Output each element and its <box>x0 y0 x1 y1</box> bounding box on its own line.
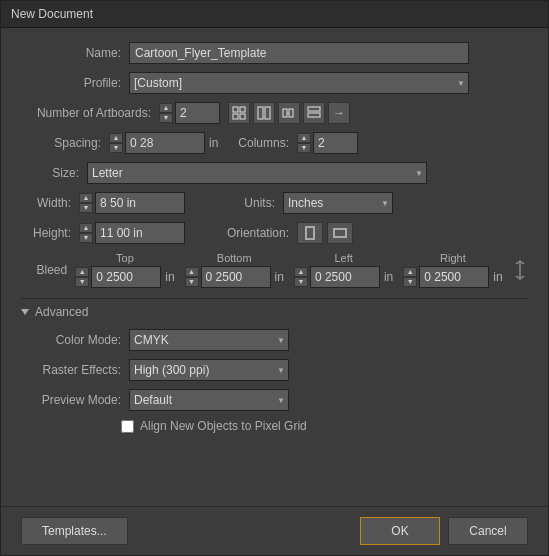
height-up-btn[interactable]: ▲ <box>79 223 93 233</box>
bleed-right-field[interactable] <box>419 266 489 288</box>
spacing-field[interactable] <box>125 132 205 154</box>
align-checkbox[interactable] <box>121 420 134 433</box>
bleed-bottom-label: Bottom <box>217 252 252 264</box>
spacing-spinner: ▲ ▼ in <box>109 132 218 154</box>
bleed-right-label: Right <box>440 252 466 264</box>
width-spinner: ▲ ▼ <box>79 192 185 214</box>
columns-spinner-buttons: ▲ ▼ <box>297 133 311 153</box>
bleed-right-down-btn[interactable]: ▼ <box>403 277 417 287</box>
width-down-btn[interactable]: ▼ <box>79 203 93 213</box>
preview-mode-label: Preview Mode: <box>21 393 121 407</box>
align-checkbox-label: Align New Objects to Pixel Grid <box>140 419 307 433</box>
bleed-link-icon[interactable] <box>513 255 528 285</box>
ok-button[interactable]: OK <box>360 517 440 545</box>
color-mode-select-wrapper: CMYKRGB <box>129 329 289 351</box>
artboard-grid-icon[interactable] <box>228 102 250 124</box>
height-down-btn[interactable]: ▼ <box>79 233 93 243</box>
width-field[interactable] <box>95 192 185 214</box>
bleed-bottom-unit: in <box>275 270 284 284</box>
spacing-down-btn[interactable]: ▼ <box>109 143 123 153</box>
portrait-button[interactable] <box>297 222 323 244</box>
columns-down-btn[interactable]: ▼ <box>297 143 311 153</box>
orientation-buttons <box>297 222 353 244</box>
artboards-field[interactable] <box>175 102 220 124</box>
artboard-arrow-icon[interactable]: → <box>328 102 350 124</box>
color-mode-select[interactable]: CMYKRGB <box>129 329 289 351</box>
profile-label: Profile: <box>21 76 121 90</box>
columns-up-btn[interactable]: ▲ <box>297 133 311 143</box>
columns-field[interactable] <box>313 132 358 154</box>
units-label: Units: <box>225 196 275 210</box>
footer-right: OK Cancel <box>360 517 528 545</box>
height-spinner: ▲ ▼ <box>79 222 185 244</box>
bleed-bottom-down-btn[interactable]: ▼ <box>185 277 199 287</box>
bleed-left-up-btn[interactable]: ▲ <box>294 267 308 277</box>
raster-row: Raster Effects: High (300 ppi)Medium (15… <box>21 359 528 381</box>
bleed-left-unit: in <box>384 270 393 284</box>
bleed-top-group: Top ▲ ▼ in <box>75 252 174 288</box>
spacing-spinner-buttons: ▲ ▼ <box>109 133 123 153</box>
artboard-row-icon[interactable] <box>253 102 275 124</box>
bleed-bottom-group: Bottom ▲ ▼ in <box>185 252 284 288</box>
size-select[interactable]: LetterA4A3LegalTabloidCustom <box>87 162 427 184</box>
templates-button[interactable]: Templates... <box>21 517 128 545</box>
dialog-content: Name: Profile: [Custom]PrintWebMobileVid… <box>1 28 548 506</box>
divider <box>21 298 528 299</box>
width-units-row: Width: ▲ ▼ Units: InchesMillimetersCenti… <box>21 192 528 214</box>
artboard-icons: → <box>228 102 350 124</box>
bleed-top-unit: in <box>165 270 174 284</box>
bleed-bottom-field[interactable] <box>201 266 271 288</box>
advanced-label: Advanced <box>35 305 88 319</box>
bleed-bottom-up-btn[interactable]: ▲ <box>185 267 199 277</box>
spacing-up-btn[interactable]: ▲ <box>109 133 123 143</box>
artboard-arrange-right-icon[interactable] <box>303 102 325 124</box>
width-spinner-buttons: ▲ ▼ <box>79 193 93 213</box>
cancel-button[interactable]: Cancel <box>448 517 528 545</box>
columns-label: Columns: <box>238 136 289 150</box>
size-row: Size: LetterA4A3LegalTabloidCustom <box>21 162 528 184</box>
profile-select[interactable]: [Custom]PrintWebMobileVideo and Film <box>129 72 469 94</box>
advanced-triangle-icon <box>21 309 29 315</box>
raster-select[interactable]: High (300 ppi)Medium (150 ppi)Low (72 pp… <box>129 359 289 381</box>
height-orientation-row: Height: ▲ ▼ Orientation: <box>21 222 528 244</box>
svg-rect-6 <box>283 109 287 117</box>
artboards-down-btn[interactable]: ▼ <box>159 113 173 123</box>
columns-spinner: ▲ ▼ <box>297 132 358 154</box>
dialog-title: New Document <box>11 7 93 21</box>
svg-rect-0 <box>233 107 238 112</box>
height-field[interactable] <box>95 222 185 244</box>
width-label: Width: <box>21 196 71 210</box>
portrait-icon <box>305 226 315 240</box>
size-label: Size: <box>21 166 79 180</box>
bleed-left-group: Left ▲ ▼ in <box>294 252 393 288</box>
bleed-top-up-btn[interactable]: ▲ <box>75 267 89 277</box>
profile-row: Profile: [Custom]PrintWebMobileVideo and… <box>21 72 528 94</box>
name-input[interactable] <box>129 42 469 64</box>
width-up-btn[interactable]: ▲ <box>79 193 93 203</box>
bleed-top-spinner: ▲ ▼ in <box>75 266 174 288</box>
artboards-spinner-buttons: ▲ ▼ <box>159 103 173 123</box>
artboards-up-btn[interactable]: ▲ <box>159 103 173 113</box>
footer: Templates... OK Cancel <box>1 506 548 555</box>
bleed-label: Bleed <box>21 263 67 277</box>
size-select-wrapper: LetterA4A3LegalTabloidCustom <box>87 162 427 184</box>
bleed-right-group: Right ▲ ▼ in <box>403 252 502 288</box>
color-mode-label: Color Mode: <box>21 333 121 347</box>
bleed-right-spinner: ▲ ▼ in <box>403 266 502 288</box>
units-select[interactable]: InchesMillimetersCentimetersPointsPicasP… <box>283 192 393 214</box>
spacing-unit: in <box>209 136 218 150</box>
bleed-left-down-btn[interactable]: ▼ <box>294 277 308 287</box>
artboard-arrange-left-icon[interactable] <box>278 102 300 124</box>
bleed-left-field[interactable] <box>310 266 380 288</box>
advanced-header[interactable]: Advanced <box>21 305 528 319</box>
preview-mode-select[interactable]: DefaultPixelOverprint <box>129 389 289 411</box>
bleed-top-field[interactable] <box>91 266 161 288</box>
profile-select-wrapper: [Custom]PrintWebMobileVideo and Film <box>129 72 469 94</box>
bleed-right-up-btn[interactable]: ▲ <box>403 267 417 277</box>
bleed-bottom-spinner: ▲ ▼ in <box>185 266 284 288</box>
color-mode-row: Color Mode: CMYKRGB <box>21 329 528 351</box>
preview-mode-select-wrapper: DefaultPixelOverprint <box>129 389 289 411</box>
bleed-top-down-btn[interactable]: ▼ <box>75 277 89 287</box>
svg-rect-2 <box>233 114 238 119</box>
landscape-button[interactable] <box>327 222 353 244</box>
